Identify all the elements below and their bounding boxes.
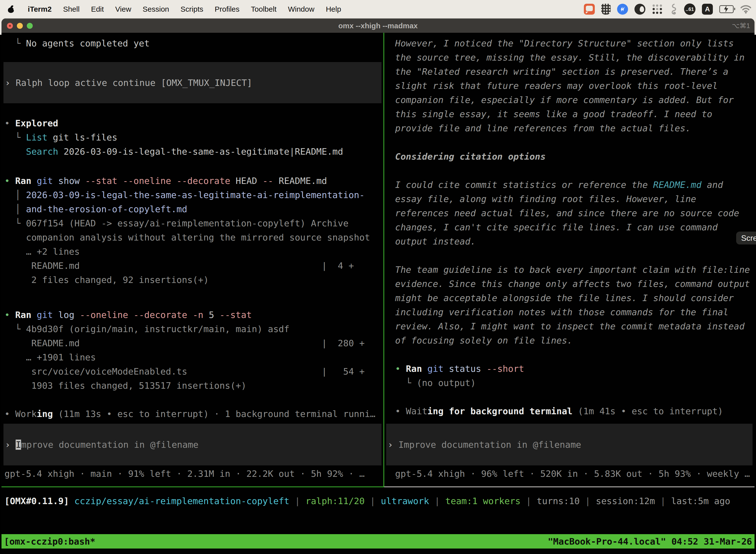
menu-item-edit[interactable]: Edit	[91, 5, 104, 13]
tmux-host-clock: "MacBook-Pro-44.local" 04:52 31-Mar-26	[548, 536, 752, 547]
tmux-pane-right: However, I noticed the "Directory Struct…	[384, 33, 755, 487]
terminal-line: the source tree, missing the essay. Stil…	[384, 50, 755, 64]
dots-grid-icon[interactable]	[652, 4, 663, 15]
blue-zigzag-icon[interactable]	[617, 4, 628, 15]
terminal-line: references need actual files, and since …	[384, 206, 755, 220]
menu-items: iTerm2ShellEditViewSessionScriptsProfile…	[0, 5, 341, 13]
thinking-paragraph-3: The team guideline is to back every impo…	[384, 263, 755, 347]
thinking-paragraph-2: I could cite commit statistics or refere…	[384, 178, 755, 248]
terminal-line: … +2 lines	[1, 244, 383, 259]
macos-menu-bar: iTerm2ShellEditViewSessionScriptsProfile…	[0, 0, 756, 18]
terminal-line: Considering citation options	[384, 150, 755, 164]
terminal-line: README.md | 4 +	[1, 259, 383, 273]
terminal-line: └ 067f154 (HEAD -> essay/ai-reimplementa…	[1, 216, 383, 230]
terminal-line: • Ran git status --short	[384, 362, 755, 376]
agents-status: └ No agents completed yet	[1, 36, 383, 50]
terminal-line: • Waiting for background terminal (1m 41…	[384, 404, 755, 418]
terminal-line: companion analysis without altering the …	[1, 230, 383, 244]
terminal-line: src/voice/voiceModeEnabled.ts | 54 +	[1, 365, 383, 379]
shield-grid-icon[interactable]	[601, 4, 611, 15]
thinking-heading: Considering citation options	[384, 150, 755, 164]
terminal-line: • Explored	[1, 116, 383, 130]
model-status: gpt-5.4 xhigh · 96% left · 520K in · 5.8…	[384, 466, 755, 481]
prompt-input-box[interactable]: › Improve documentation in @filename	[3, 424, 381, 465]
terminal-line: essay file, along with finding root file…	[384, 192, 755, 206]
menu-item-session[interactable]: Session	[143, 5, 169, 13]
git-status-block: • Ran git status --short └ (no output)	[384, 362, 755, 390]
terminal-line: I could cite commit statistics or refere…	[384, 178, 755, 192]
screen-recording-tooltip: Scre	[736, 232, 756, 244]
terminal-line: provide file and line references from th…	[384, 121, 755, 135]
terminal-line: › Ralph loop active continue [OMX_TMUX_I…	[3, 76, 252, 90]
terminal-line: of focusing solely on file lines.	[384, 333, 755, 347]
terminal-line: • Working (11m 13s • esc to interrupt) ·…	[1, 407, 383, 421]
terminal-line: changes, I can't cite specific file line…	[384, 220, 755, 234]
dark-pie-icon[interactable]	[634, 4, 645, 15]
menu-item-toolbelt[interactable]: Toolbelt	[251, 5, 276, 13]
apple-menu-icon[interactable]	[7, 5, 15, 13]
menu-item-shell[interactable]: Shell	[63, 5, 80, 13]
menu-item-view[interactable]: View	[115, 5, 131, 13]
ralph-input-box[interactable]: › Ralph loop active continue [OMX_TMUX_I…	[3, 62, 381, 103]
model-status: gpt-5.4 xhigh · main · 91% left · 2.31M …	[1, 466, 383, 481]
close-button[interactable]	[7, 23, 13, 29]
prompt-input-box[interactable]: › Improve documentation in @filename	[386, 424, 753, 465]
menu-item-scripts[interactable]: Scripts	[181, 5, 203, 13]
terminal-line: › Improve documentation in @filename	[386, 438, 581, 452]
terminal-line: └ No agents completed yet	[1, 36, 383, 50]
window-shortcut-hint: ⌥⌘1	[732, 22, 750, 30]
window-titlebar[interactable]: omx --xhigh --madmax ⌥⌘1	[1, 18, 755, 33]
menu-item-window[interactable]: Window	[288, 5, 315, 13]
battery-icon[interactable]	[719, 5, 734, 13]
terminal-line: └ List git ls-files	[1, 130, 383, 145]
terminal-line: • Ran git show --stat --oneline --decora…	[1, 174, 383, 188]
terminal-line: • Ran git log --oneline --decorate -n 5 …	[1, 308, 383, 322]
letter-a-icon[interactable]: A	[702, 4, 713, 15]
terminal-line: the "Related research writing" section i…	[384, 64, 755, 79]
wifi-icon[interactable]	[740, 5, 752, 14]
omx-status-line: [OMX#0.11.9] cczip/essay/ai-reimplementa…	[4, 494, 730, 508]
traffic-lights	[7, 19, 33, 33]
working-status: • Working (11m 13s • esc to interrupt) ·…	[1, 407, 383, 421]
terminal-line: The team guideline is to back every impo…	[384, 263, 755, 277]
terminal-line: README.md | 280 +	[1, 336, 383, 350]
iterm-window: omx --xhigh --madmax ⌥⌘1 └ No agents com…	[1, 18, 755, 554]
tmux-session-window[interactable]: [omx-cczip0:bash*	[4, 536, 95, 547]
apple-body	[8, 7, 14, 13]
terminal-line: gpt-5.4 xhigh · main · 91% left · 2.31M …	[1, 466, 383, 481]
git-show-block: • Ran git show --stat --oneline --decora…	[1, 174, 383, 287]
terminal-line: 2 files changed, 92 insertions(+)	[1, 273, 383, 287]
terminal-content: └ No agents completed yet› Ralph loop ac…	[1, 33, 755, 554]
terminal-line: │ and-the-erosion-of-copyleft.md	[1, 202, 383, 216]
tmux-pane-left: └ No agents completed yet› Ralph loop ac…	[1, 33, 383, 487]
terminal-line: companion file, especially if more comme…	[384, 93, 755, 107]
terminal-line: review. Also, I might want to inspect th…	[384, 319, 755, 333]
badge-61-icon[interactable]: ..61	[684, 3, 695, 15]
terminal-line: might be acceptable alongside the file l…	[384, 291, 755, 305]
terminal-line: └ 4b9d30f (origin/main, instructkr/main,…	[1, 322, 383, 336]
terminal-line: including verification notes with those …	[384, 305, 755, 319]
menu-item-iterm2[interactable]: iTerm2	[28, 5, 52, 13]
zoom-button[interactable]	[27, 23, 33, 29]
thinking-paragraph-1: However, I noticed the "Directory Struct…	[384, 36, 755, 135]
terminal-line: gpt-5.4 xhigh · 96% left · 520K in · 5.8…	[384, 466, 755, 481]
minimize-button[interactable]	[17, 23, 23, 29]
terminal-line: evidence. Since this change only affects…	[384, 277, 755, 291]
terminal-line: this single essay, it seems like a good …	[384, 107, 755, 121]
tooltip-label: Scre	[741, 233, 756, 243]
terminal-line: However, I noticed the "Directory Struct…	[384, 36, 755, 50]
tmux-pane-divider-right[interactable]	[384, 487, 755, 487]
menu-item-help[interactable]: Help	[326, 5, 341, 13]
apple-bite	[13, 8, 16, 11]
chat-app-icon[interactable]	[584, 4, 595, 15]
window-title: omx --xhigh --madmax	[1, 21, 755, 30]
terminal-line: output instead.	[384, 234, 755, 248]
terminal-line: › Improve documentation in @filename	[3, 438, 198, 452]
menu-status-icons: ..61 A	[584, 3, 756, 15]
tmux-pane-divider-left[interactable]	[1, 487, 384, 487]
terminal-line: └ (no output)	[384, 376, 755, 390]
menu-item-profiles[interactable]: Profiles	[214, 5, 239, 13]
squiggle-icon[interactable]	[669, 3, 678, 15]
terminal-line: … +1901 lines	[1, 350, 383, 365]
terminal-line: 1903 files changed, 513517 insertions(+)	[1, 379, 383, 393]
